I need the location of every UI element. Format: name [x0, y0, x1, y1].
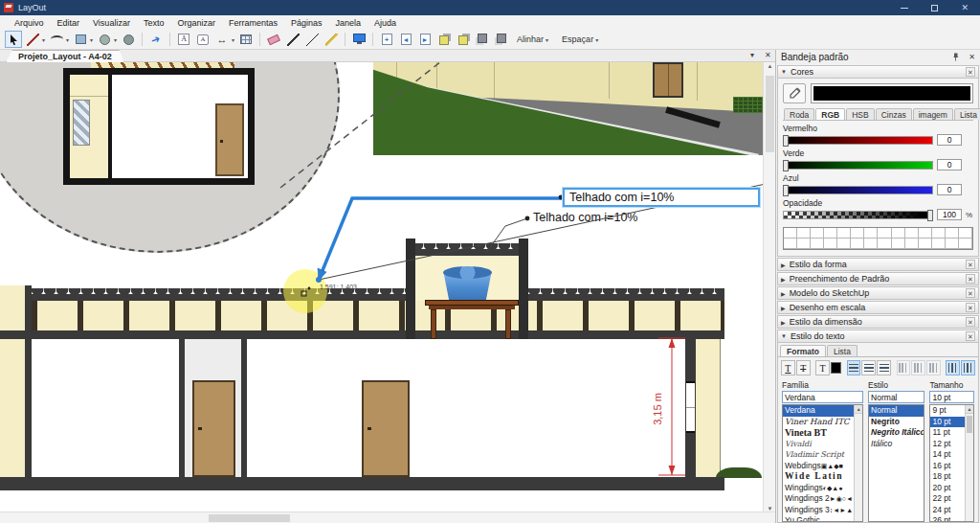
align-left-button[interactable]: [847, 360, 861, 375]
slider-thumb[interactable]: [783, 185, 789, 196]
color-swatch[interactable]: [811, 239, 824, 249]
menu-item[interactable]: Texto: [137, 18, 171, 28]
expand-arrow-icon[interactable]: ▶: [781, 319, 786, 326]
add-page-button[interactable]: +: [378, 31, 395, 48]
slider-track[interactable]: [783, 211, 933, 219]
color-swatch[interactable]: [932, 228, 946, 239]
color-swatch[interactable]: [824, 228, 837, 239]
panel-section-header[interactable]: ▶ Modelo do SketchUp ✕: [777, 286, 979, 300]
slider-track[interactable]: [783, 136, 933, 145]
table-tool[interactable]: [237, 31, 255, 48]
cores-section-header[interactable]: ▼ Cores ✕: [777, 65, 979, 79]
cores-tab[interactable]: Lista: [954, 108, 980, 120]
font-option[interactable]: Vivaldi: [783, 439, 854, 450]
slider-value[interactable]: 0: [937, 159, 962, 171]
next-page-button[interactable]: ►: [416, 31, 434, 48]
arc-tool[interactable]: [48, 31, 65, 48]
space-menu[interactable]: Espaçar▾: [562, 34, 600, 44]
color-swatch[interactable]: [837, 239, 851, 249]
panel-section-header[interactable]: ▶ Estilo da dimensão ✕: [777, 315, 979, 329]
rectangle-tool[interactable]: [72, 31, 89, 48]
color-swatch[interactable]: [864, 239, 878, 249]
size-list[interactable]: 9 pt10 pt11 pt12 pt14 pt16 pt18 pt20 pt2…: [929, 404, 974, 522]
slider-track[interactable]: [783, 186, 933, 194]
maximize-icon[interactable]: [931, 5, 938, 11]
color-swatch[interactable]: [851, 228, 864, 239]
color-swatch[interactable]: [824, 239, 837, 249]
size-input[interactable]: 10 pt: [929, 391, 974, 403]
font-option[interactable]: Wingdings 3↕◄►▲: [783, 505, 854, 516]
size-option[interactable]: 16 pt: [930, 461, 965, 472]
vertical-top-button[interactable]: [946, 360, 960, 375]
color-swatch[interactable]: [932, 239, 946, 249]
roof-label-selected[interactable]: Telhado com i=10%: [563, 188, 760, 207]
expand-arrow-icon[interactable]: ▶: [781, 276, 786, 283]
expand-arrow-icon[interactable]: ▶: [781, 290, 786, 297]
list-scrollbar[interactable]: ▲: [854, 405, 862, 521]
scrollbar-thumb[interactable]: [209, 514, 290, 522]
align-menu[interactable]: Alinhar▾: [517, 34, 550, 44]
close-icon[interactable]: ✕: [966, 67, 975, 77]
line-tool[interactable]: [24, 31, 41, 48]
font-option[interactable]: Viner Hand ITC: [783, 417, 854, 428]
font-option[interactable]: Webdings▣▲◆■: [783, 461, 854, 472]
menu-item[interactable]: Janela: [328, 18, 368, 28]
slider-thumb[interactable]: [783, 135, 789, 147]
style-list[interactable]: NormalNegritoNegrito ItálicoItálico: [868, 404, 924, 522]
font-option[interactable]: Yu Gothic: [783, 515, 854, 521]
color-swatch[interactable]: [797, 239, 811, 249]
text-style-tab[interactable]: Lista: [827, 345, 858, 356]
color-swatch[interactable]: [784, 228, 797, 239]
scroll-up-icon[interactable]: ▲: [855, 405, 862, 414]
close-icon[interactable]: ✕: [966, 303, 975, 312]
slider-track[interactable]: [783, 161, 933, 170]
color-swatch[interactable]: [784, 239, 797, 249]
label-tool[interactable]: A: [194, 31, 212, 48]
send-back-button[interactable]: [493, 31, 510, 48]
size-option[interactable]: 12 pt: [930, 439, 965, 450]
menu-item[interactable]: Ajuda: [368, 18, 403, 28]
cores-tab[interactable]: Roda: [784, 108, 814, 120]
chevron-down-icon[interactable]: ▾: [90, 36, 93, 43]
font-option[interactable]: Wide Latin: [783, 471, 854, 483]
sketchup-3d-view[interactable]: [373, 62, 763, 155]
cores-tab[interactable]: imagem: [913, 108, 953, 120]
anchor-middle-button[interactable]: [911, 360, 925, 375]
chevron-down-icon[interactable]: ▾: [42, 36, 45, 43]
menu-item[interactable]: Editar: [51, 18, 87, 28]
style-tool[interactable]: ➔: [147, 31, 165, 48]
cores-tab[interactable]: Cinzas: [876, 108, 912, 120]
color-swatch[interactable]: [946, 228, 959, 239]
color-swatch[interactable]: [905, 228, 919, 239]
cores-tab[interactable]: RGB: [815, 108, 845, 120]
color-swatch[interactable]: [878, 228, 891, 239]
collapse-arrow-icon[interactable]: ▼: [781, 69, 787, 75]
vertical-scrollbar[interactable]: ▲ ▼: [763, 62, 775, 512]
align-right-button[interactable]: [877, 360, 891, 375]
style-pen-tool[interactable]: [284, 31, 301, 48]
underline-button[interactable]: T: [781, 360, 795, 375]
size-option[interactable]: 24 pt: [930, 505, 965, 516]
text-cursor-button[interactable]: T: [815, 360, 830, 375]
eyedropper-button[interactable]: [783, 83, 806, 103]
color-swatch[interactable]: [892, 228, 905, 239]
scrollbar-thumb[interactable]: [967, 416, 972, 433]
slider-value[interactable]: 0: [937, 134, 962, 146]
eraser-tool[interactable]: [265, 31, 282, 48]
font-option[interactable]: Wingdings◐◆▲●: [783, 483, 854, 494]
highlighter-tool[interactable]: [323, 31, 340, 48]
horizontal-scrollbar[interactable]: [0, 512, 775, 523]
presentation-button[interactable]: [350, 31, 368, 48]
color-swatch[interactable]: [892, 239, 905, 249]
offset-tool[interactable]: [120, 31, 137, 48]
tab-list-dropdown-icon[interactable]: ▾: [750, 51, 754, 59]
color-swatch[interactable]: [959, 239, 972, 249]
panel-section-header[interactable]: ▶ Preenchimento de Padrão ✕: [777, 272, 979, 285]
vertical-stretch-button[interactable]: [961, 360, 975, 375]
dimension-tool[interactable]: ↔: [213, 31, 231, 48]
slider-value[interactable]: 0: [937, 184, 962, 195]
color-swatch[interactable]: [878, 239, 891, 249]
size-option[interactable]: 26 pt: [930, 515, 965, 521]
select-tool[interactable]: [5, 31, 22, 48]
slider-thumb[interactable]: [783, 160, 789, 171]
